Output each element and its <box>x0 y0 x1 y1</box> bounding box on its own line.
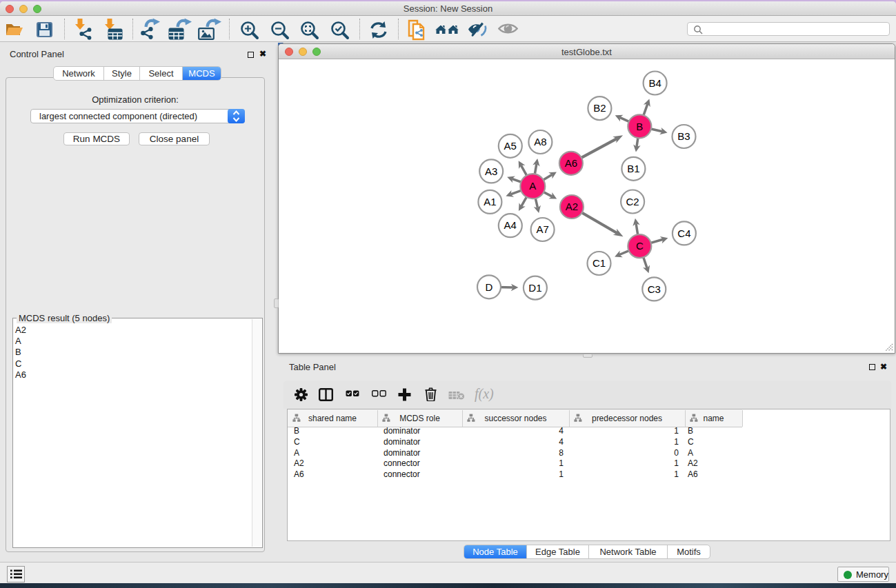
svg-text:B2: B2 <box>593 102 606 114</box>
svg-text:A8: A8 <box>534 136 546 148</box>
svg-text:D1: D1 <box>528 282 541 294</box>
svg-text:A5: A5 <box>504 140 517 152</box>
svg-text:B: B <box>636 121 643 132</box>
svg-text:A4: A4 <box>504 219 517 231</box>
svg-text:A3: A3 <box>485 165 497 177</box>
svg-text:B4: B4 <box>648 77 661 89</box>
svg-text:A6: A6 <box>565 157 577 169</box>
svg-text:B1: B1 <box>627 163 639 174</box>
svg-text:C3: C3 <box>648 283 661 295</box>
svg-text:A: A <box>529 180 536 192</box>
svg-text:B3: B3 <box>677 130 690 142</box>
svg-text:A7: A7 <box>536 223 548 235</box>
svg-text:C1: C1 <box>593 257 606 269</box>
svg-text:A2: A2 <box>566 201 578 212</box>
svg-text:C4: C4 <box>677 227 690 239</box>
svg-text:C2: C2 <box>626 196 639 207</box>
svg-text:D: D <box>486 281 493 293</box>
svg-text:A1: A1 <box>484 196 496 207</box>
svg-text:C: C <box>636 240 644 252</box>
